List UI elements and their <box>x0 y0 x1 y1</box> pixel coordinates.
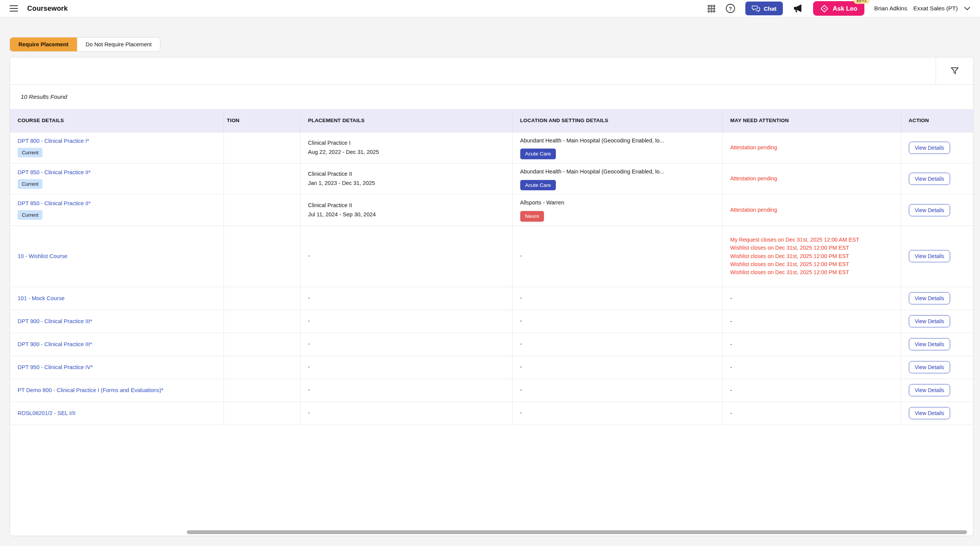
app-header: Coursework ? <box>0 0 980 17</box>
course-link[interactable]: RDSL08201/2 - SEL I/II <box>18 410 75 416</box>
table-row: PT Demo 800 - Clinical Practice I (Forms… <box>10 379 973 402</box>
header-actions: ? Chat <box>707 1 970 16</box>
funnel-icon <box>950 66 960 76</box>
horizontal-scrollbar <box>10 529 973 536</box>
view-details-button[interactable]: View Details <box>909 338 951 350</box>
course-link[interactable]: DPT 800 - Clinical Practice I* <box>18 138 89 144</box>
table-header-row: COURSE DETAILS TION PLACEMENT DETAILS LO… <box>10 109 973 132</box>
attention-cell: - <box>722 379 901 402</box>
setting-badge: Neuro <box>520 211 544 222</box>
view-details-button[interactable]: View Details <box>909 250 951 262</box>
course-link[interactable]: DPT 900 - Clinical Practice III* <box>18 318 92 324</box>
attention-line: Attestation pending <box>730 206 893 214</box>
chevron-down-icon[interactable] <box>964 7 970 11</box>
view-details-button[interactable]: View Details <box>909 384 951 396</box>
attention-cell: - <box>722 356 901 379</box>
megaphone-icon[interactable] <box>793 4 803 13</box>
table-row: DPT 850 - Clinical Practice II* Current … <box>10 195 973 226</box>
col-action: ACTION <box>901 109 973 132</box>
page-content: Require Placement Do Not Require Placeme… <box>0 17 980 536</box>
location-name: Allsports - Warren <box>520 198 715 208</box>
profile-menu[interactable]: Brian Adkins Exxat Sales (PT) <box>874 5 970 12</box>
placement-title: - <box>308 317 505 326</box>
ask-leo-label: Ask Leo <box>833 5 857 12</box>
table-row: DPT 850 - Clinical Practice II* Current … <box>10 163 973 194</box>
placement-title: Clinical Practice I <box>308 139 505 148</box>
horizontal-scrollbar-thumb[interactable] <box>187 530 967 534</box>
attention-line: Attestation pending <box>730 175 893 183</box>
location-name: Abundant Health - Main Hospital (Geocodi… <box>520 167 715 177</box>
attention-line: - <box>730 340 893 348</box>
course-status-badge: Current <box>18 210 42 220</box>
course-link[interactable]: 10 - Wishlist Course <box>18 253 67 259</box>
view-details-button[interactable]: View Details <box>909 142 951 154</box>
results-count: 10 Results Found <box>21 93 67 100</box>
view-details-button[interactable]: View Details <box>909 315 951 327</box>
tab-do-not-require-placement[interactable]: Do Not Require Placement <box>77 38 160 51</box>
course-status-badge: Current <box>18 148 42 157</box>
course-link[interactable]: DPT 950 - Clinical Practice IV* <box>18 364 93 370</box>
col-course-details: COURSE DETAILS <box>10 109 224 132</box>
course-link[interactable]: DPT 850 - Clinical Practice II* <box>18 200 91 206</box>
attention-line: My Request closes on Dec 31st, 2025 12:0… <box>730 236 893 244</box>
location-name: Abundant Health - Main Hospital (Geocodi… <box>520 136 715 145</box>
leo-logo-icon <box>820 4 829 13</box>
attention-cell: - <box>722 310 901 333</box>
placement-dates: Jan 1, 2023 - Dec 31, 2025 <box>308 179 505 188</box>
placement-title: - <box>308 409 505 418</box>
attention-cell: - <box>722 287 901 310</box>
results-count-row: 10 Results Found <box>10 85 973 109</box>
help-icon[interactable]: ? <box>725 3 735 13</box>
apps-grid-icon[interactable] <box>707 5 715 13</box>
attention-line: Wishlist closes on Dec 31st, 2025 12:00 … <box>730 268 893 276</box>
chat-bubbles-icon <box>752 5 760 12</box>
course-link[interactable]: DPT 900 - Clinical Practice III* <box>18 341 92 347</box>
org-name: Exxat Sales (PT) <box>913 5 958 12</box>
results-card: 10 Results Found COURSE DETAILS TION PLA… <box>10 57 973 536</box>
user-name: Brian Adkins <box>874 5 907 12</box>
placement-title: - <box>308 363 505 372</box>
filter-bar-empty-area <box>10 57 936 84</box>
svg-text:?: ? <box>729 6 732 11</box>
attention-line: - <box>730 409 893 417</box>
course-link[interactable]: DPT 850 - Clinical Practice II* <box>18 169 91 175</box>
tab-require-placement[interactable]: Require Placement <box>10 38 77 51</box>
location-name: - <box>520 294 715 303</box>
location-name: - <box>520 317 715 326</box>
attention-cell: Attestation pending <box>722 163 901 194</box>
course-status-badge: Current <box>18 179 42 189</box>
table-row: RDSL08201/2 - SEL I/II - - - View Detail… <box>10 402 973 425</box>
placement-title: Clinical Practice II <box>308 170 505 179</box>
attention-line: - <box>730 294 893 302</box>
view-details-button[interactable]: View Details <box>909 361 951 373</box>
page-title: Coursework <box>27 5 68 13</box>
table-body: DPT 800 - Clinical Practice I* Current C… <box>10 132 973 425</box>
placement-dates: Jul 11, 2024 - Sep 30, 2024 <box>308 210 505 219</box>
course-link[interactable]: 101 - Mock Course <box>18 295 65 301</box>
attention-cell: My Request closes on Dec 31st, 2025 12:0… <box>722 226 901 287</box>
location-name: - <box>520 252 715 261</box>
course-link[interactable]: PT Demo 800 - Clinical Practice I (Forms… <box>18 387 163 393</box>
placement-dates: Aug 22, 2022 - Dec 31, 2025 <box>308 148 505 157</box>
attention-cell: Attestation pending <box>722 195 901 226</box>
col-section: TION <box>224 109 300 132</box>
table-row: DPT 800 - Clinical Practice I* Current C… <box>10 132 973 163</box>
view-details-button[interactable]: View Details <box>909 204 951 216</box>
attention-line: Attestation pending <box>730 144 893 152</box>
attention-cell: - <box>722 402 901 425</box>
attention-line: Wishlist closes on Dec 31st, 2025 12:00 … <box>730 260 893 268</box>
coursework-table: COURSE DETAILS TION PLACEMENT DETAILS LO… <box>10 109 973 425</box>
location-name: - <box>520 363 715 372</box>
view-details-button[interactable]: View Details <box>909 407 951 419</box>
attention-line: - <box>730 386 893 394</box>
filter-button[interactable] <box>936 57 973 84</box>
view-details-button[interactable]: View Details <box>909 292 951 304</box>
view-details-button[interactable]: View Details <box>909 173 951 185</box>
attention-line: - <box>730 317 893 325</box>
table-row: DPT 950 - Clinical Practice IV* - - - Vi… <box>10 356 973 379</box>
table-row: 101 - Mock Course - - - View Details <box>10 287 973 310</box>
chat-button[interactable]: Chat <box>745 2 783 15</box>
hamburger-menu-icon[interactable] <box>10 5 18 11</box>
ask-leo-button[interactable]: Ask Leo BETA <box>813 1 864 16</box>
attention-cell: - <box>722 333 901 356</box>
